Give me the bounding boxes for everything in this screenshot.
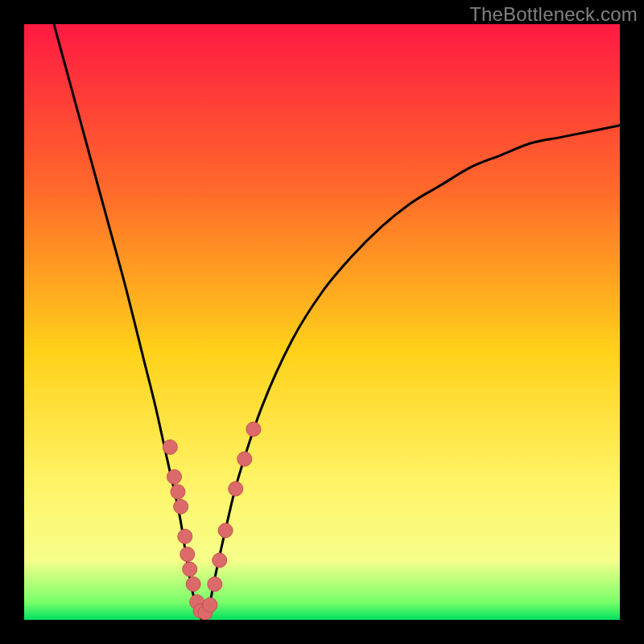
data-point (208, 577, 222, 592)
data-point (171, 485, 185, 499)
data-point (178, 529, 192, 543)
data-point (218, 523, 233, 538)
plot-area (24, 24, 620, 620)
data-point (246, 422, 261, 436)
data-point (180, 547, 195, 562)
data-point (186, 577, 200, 592)
watermark-text: TheBottleneck.com (469, 3, 638, 26)
data-point (183, 562, 197, 576)
data-point (174, 499, 188, 514)
data-point (167, 469, 181, 484)
chart-frame: TheBottleneck.com (0, 0, 644, 644)
data-point (203, 598, 217, 613)
data-point (163, 440, 177, 454)
data-point (237, 452, 252, 466)
data-point (213, 553, 227, 568)
data-point (229, 481, 243, 496)
gradient-background (24, 24, 620, 620)
bottleneck-chart (24, 24, 620, 620)
